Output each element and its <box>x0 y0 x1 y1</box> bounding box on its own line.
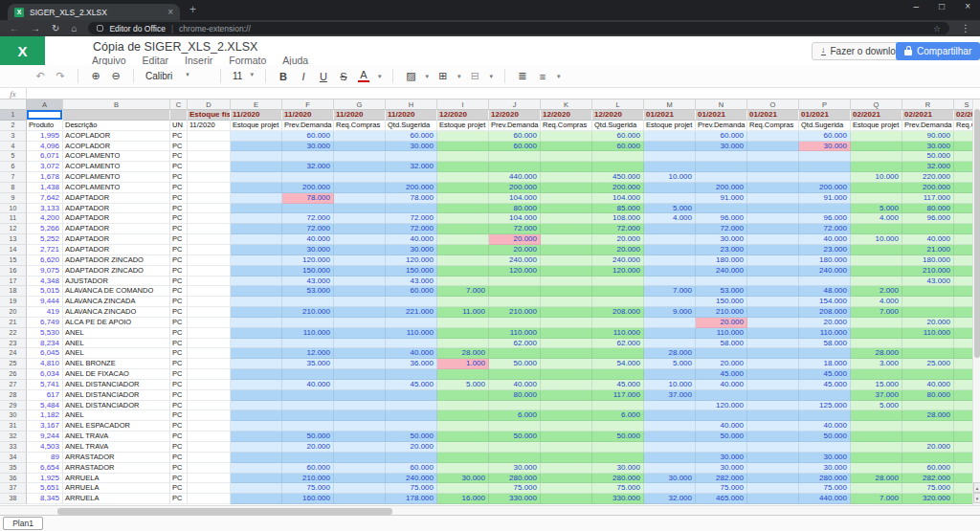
cell-G17[interactable] <box>334 277 386 287</box>
cell-A17[interactable]: 4,348 <box>27 277 63 287</box>
cell-L2[interactable]: Qtd.Sugerida <box>592 121 644 131</box>
cell-A38[interactable]: 8,345 <box>27 494 63 504</box>
row-header-18[interactable]: 18 <box>0 286 27 297</box>
redo-icon[interactable]: ↷ <box>55 70 66 82</box>
cell-J10[interactable]: 80.000 <box>489 204 541 214</box>
sheet-tab-plan1[interactable]: Plan1 <box>3 517 43 530</box>
zoom-in-icon[interactable]: ⊕ <box>90 70 101 82</box>
cell-Q16[interactable] <box>851 266 902 277</box>
column-header-A[interactable]: A <box>27 100 63 110</box>
cell-K12[interactable] <box>541 224 592 234</box>
cell-I27[interactable]: 5.000 <box>437 380 489 390</box>
cell-E15[interactable] <box>231 255 282 266</box>
cell-E6[interactable] <box>231 162 282 172</box>
strikethrough-button[interactable]: S <box>338 71 349 82</box>
cell-O23[interactable] <box>747 339 799 349</box>
cell-M21[interactable] <box>644 318 696 328</box>
cell-D6[interactable] <box>188 162 231 172</box>
cell-H4[interactable]: 30.000 <box>386 142 437 152</box>
cell-M8[interactable] <box>644 183 696 193</box>
cell-E37[interactable] <box>231 483 282 494</box>
cell-D13[interactable] <box>188 234 231 245</box>
cell-J31[interactable] <box>489 421 541 431</box>
cell-H32[interactable]: 50.000 <box>386 431 437 442</box>
cell-A19[interactable]: 9,444 <box>27 297 63 307</box>
cell-K18[interactable] <box>541 286 592 297</box>
cell-R34[interactable] <box>902 453 954 463</box>
row-header-3[interactable]: 3 <box>0 131 27 142</box>
cell-H10[interactable] <box>386 204 437 214</box>
row-header-35[interactable]: 35 <box>0 463 27 474</box>
cell-D36[interactable] <box>188 474 231 484</box>
cell-P5[interactable] <box>799 151 851 162</box>
cell-A3[interactable]: 1,995 <box>27 131 63 142</box>
row-header-27[interactable]: 27 <box>0 380 27 390</box>
cell-A6[interactable]: 3,072 <box>27 162 63 172</box>
cell-Q4[interactable] <box>851 142 902 152</box>
cell-M7[interactable]: 10.000 <box>644 172 696 183</box>
cell-K10[interactable] <box>541 204 592 214</box>
cell-M12[interactable] <box>644 224 696 234</box>
cell-C33[interactable]: PC <box>170 442 188 453</box>
cell-F3[interactable]: 60.000 <box>282 131 334 142</box>
column-header-I[interactable]: I <box>437 100 489 110</box>
cell-I2[interactable]: Estoque projet <box>437 121 489 131</box>
cell-O28[interactable] <box>747 390 799 401</box>
cell-B8[interactable]: ACOPLAMENTO <box>63 183 170 193</box>
cell-M36[interactable]: 30.000 <box>644 474 696 484</box>
cell-J17[interactable] <box>489 277 541 287</box>
cell-Q25[interactable]: 3.000 <box>851 359 902 369</box>
scroll-up-icon[interactable]: ▴ <box>973 482 980 493</box>
cell-P11[interactable]: 96.000 <box>799 213 851 224</box>
cell-H19[interactable] <box>386 297 437 307</box>
cell-O3[interactable] <box>747 131 799 142</box>
cell-N5[interactable] <box>696 151 747 162</box>
cell-N8[interactable]: 200.000 <box>696 183 747 193</box>
new-tab-button[interactable]: + <box>189 3 196 16</box>
cell-B2[interactable]: Descrição <box>63 121 170 131</box>
cell-L4[interactable]: 60.000 <box>592 142 644 152</box>
cell-L34[interactable] <box>592 453 644 463</box>
cell-D9[interactable] <box>188 193 231 204</box>
cell-L10[interactable]: 85.000 <box>592 204 644 214</box>
cell-F24[interactable]: 12.000 <box>282 348 334 359</box>
cell-B17[interactable]: AJUSTADOR <box>63 277 170 287</box>
cell-R29[interactable] <box>902 401 954 411</box>
cell-C20[interactable]: PC <box>170 307 188 318</box>
cell-E14[interactable] <box>231 245 282 255</box>
cell-K23[interactable] <box>541 339 592 349</box>
cell-Q36[interactable]: 28.000 <box>851 474 902 484</box>
column-header-D[interactable]: D <box>188 100 231 110</box>
cell-R33[interactable]: 20.000 <box>902 442 954 453</box>
cell-D31[interactable] <box>188 421 231 431</box>
window-close-icon[interactable]: × <box>965 1 970 11</box>
cell-M3[interactable] <box>644 131 696 142</box>
cell-B14[interactable]: ADAPTADOR <box>63 245 170 255</box>
cell-H5[interactable] <box>386 151 437 162</box>
cell-L5[interactable] <box>592 151 644 162</box>
cell-R22[interactable]: 110.000 <box>902 328 954 339</box>
cell-K16[interactable] <box>541 266 592 277</box>
cell-L21[interactable] <box>592 318 644 328</box>
row-header-26[interactable]: 26 <box>0 369 27 380</box>
column-header-O[interactable]: O <box>747 100 799 110</box>
cell-G38[interactable] <box>334 494 386 504</box>
cell-I3[interactable] <box>437 131 489 142</box>
cell-A5[interactable]: 6,071 <box>27 151 63 162</box>
cell-K36[interactable] <box>541 474 592 484</box>
cell-R4[interactable]: 30.000 <box>902 142 954 152</box>
cell-R24[interactable] <box>902 348 954 359</box>
cell-K38[interactable] <box>541 494 592 504</box>
cell-P35[interactable]: 30.000 <box>799 463 851 474</box>
cell-R2[interactable]: Prev.Demanda <box>902 121 954 131</box>
cell-C23[interactable]: PC <box>170 339 188 349</box>
cell-N33[interactable] <box>696 442 747 453</box>
cell-C26[interactable]: PC <box>170 369 188 380</box>
cell-H30[interactable] <box>386 410 437 421</box>
cell-E22[interactable] <box>231 328 282 339</box>
cell-L1[interactable]: 12/2020 <box>592 110 644 121</box>
cell-B24[interactable]: ANEL <box>63 348 170 359</box>
cell-C12[interactable]: PC <box>170 224 188 234</box>
column-header-R[interactable]: R <box>902 100 954 110</box>
row-header-17[interactable]: 17 <box>0 277 27 287</box>
